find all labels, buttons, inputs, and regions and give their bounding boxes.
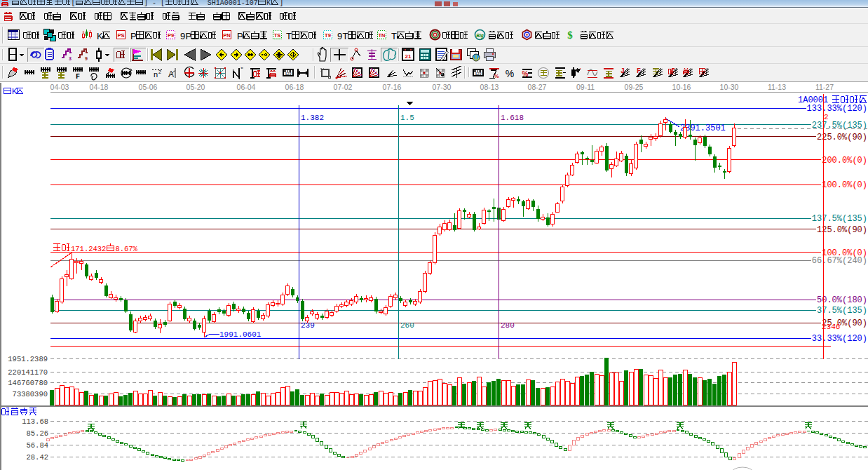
svg-text:3: 3 <box>69 56 72 61</box>
svg-text:%: % <box>494 73 499 79</box>
svg-text:2346: 2346 <box>822 323 840 331</box>
svg-text:85.26: 85.26 <box>26 429 48 438</box>
svg-text:06-04: 06-04 <box>237 83 256 91</box>
svg-text:2: 2 <box>158 69 161 74</box>
svg-text:123: 123 <box>475 72 481 76</box>
svg-text:07-16: 07-16 <box>383 83 402 91</box>
svg-text:PN: PN <box>223 32 230 39</box>
svg-text:28.42: 28.42 <box>26 453 48 462</box>
svg-text:1991.0601: 1991.0601 <box>219 330 262 339</box>
svg-text:125.0%(90): 125.0%(90) <box>817 225 867 235</box>
svg-text:21: 21 <box>405 53 412 60</box>
svg-text:11-13: 11-13 <box>768 83 786 91</box>
svg-text:73380390: 73380390 <box>13 390 48 398</box>
svg-text:11-27: 11-27 <box>815 83 834 91</box>
svg-text:T: T <box>286 31 292 41</box>
svg-text:133.33%(120): 133.33%(120) <box>807 104 867 114</box>
svg-text:1.618: 1.618 <box>501 114 524 122</box>
svg-text:10-30: 10-30 <box>720 83 739 91</box>
svg-text:9: 9 <box>337 31 342 41</box>
svg-text:n: n <box>154 70 158 79</box>
svg-text:171.2432: 171.2432 <box>71 245 106 253</box>
svg-text:$: $ <box>567 29 573 41</box>
svg-text:%: % <box>522 70 529 78</box>
svg-text:66.67%(240): 66.67%(240) <box>812 256 867 266</box>
svg-text:09-25: 09-25 <box>625 83 644 91</box>
svg-text:220141170: 220141170 <box>8 368 48 377</box>
svg-text:33.33%(120): 33.33%(120) <box>812 334 867 344</box>
svg-text:9: 9 <box>180 31 185 41</box>
svg-text:123: 123 <box>285 72 291 76</box>
svg-text:P9: P9 <box>168 32 174 39</box>
svg-text:05-20: 05-20 <box>187 83 205 91</box>
svg-text:F: F <box>76 73 80 81</box>
svg-text:J: J <box>621 67 625 75</box>
svg-text:": " <box>240 66 243 73</box>
svg-text:10-16: 10-16 <box>672 83 691 91</box>
svg-text:P: P <box>130 31 137 41</box>
svg-text:04-03: 04-03 <box>50 83 69 91</box>
svg-text:1.382: 1.382 <box>301 114 324 122</box>
svg-text:K: K <box>266 0 271 7</box>
svg-text:56.84: 56.84 <box>26 441 48 450</box>
svg-text:2: 2 <box>824 113 829 121</box>
svg-text:06-18: 06-18 <box>285 83 304 91</box>
svg-text:P: P <box>237 31 243 41</box>
svg-text:TN: TN <box>379 32 386 39</box>
svg-text:137.5%(135): 137.5%(135) <box>812 214 867 224</box>
svg-text:05-06: 05-06 <box>139 83 158 91</box>
svg-text:225.0%(90): 225.0%(90) <box>817 133 867 142</box>
svg-text:50.0%(180): 50.0%(180) <box>817 295 867 305</box>
svg-text:07-30: 07-30 <box>433 83 452 91</box>
svg-text:07-02: 07-02 <box>334 83 353 91</box>
svg-text:09-11: 09-11 <box>576 83 595 91</box>
svg-text:04-18: 04-18 <box>90 83 109 91</box>
svg-text:100.0%(0): 100.0%(0) <box>822 180 867 190</box>
svg-text:T: T <box>343 31 348 41</box>
svg-text:280: 280 <box>501 321 515 330</box>
svg-text:]: ] <box>279 0 283 7</box>
svg-text:239: 239 <box>301 321 315 330</box>
svg-text:1951.2389: 1951.2389 <box>8 355 48 363</box>
svg-text:200.0%(0): 200.0%(0) <box>822 156 867 166</box>
svg-text:1.5: 1.5 <box>400 114 414 122</box>
svg-text:P: P <box>186 31 192 41</box>
svg-text:8.67%: 8.67% <box>115 245 137 253</box>
svg-text:%: % <box>506 68 514 79</box>
svg-text:9: 9 <box>85 56 88 61</box>
svg-text:] - [: ] - [ <box>144 0 165 7</box>
svg-text:[: [ <box>71 0 75 7</box>
svg-text:TS: TS <box>274 32 281 39</box>
svg-text:T: T <box>391 31 397 41</box>
svg-text:37.5%(135): 37.5%(135) <box>817 306 867 316</box>
svg-text:Big: Big <box>476 33 484 39</box>
svg-text:T9: T9 <box>325 32 331 39</box>
svg-text:08-13: 08-13 <box>480 83 499 91</box>
svg-text:PS: PS <box>117 32 124 39</box>
svg-text:SH1A0001-107: SH1A0001-107 <box>199 0 258 7</box>
svg-text:260: 260 <box>400 321 414 330</box>
svg-text:113.68: 113.68 <box>22 417 48 426</box>
svg-text:08-27: 08-27 <box>528 83 547 91</box>
svg-text:F: F <box>637 67 641 75</box>
svg-text:146760780: 146760780 <box>8 379 48 387</box>
svg-text:K: K <box>97 31 103 41</box>
